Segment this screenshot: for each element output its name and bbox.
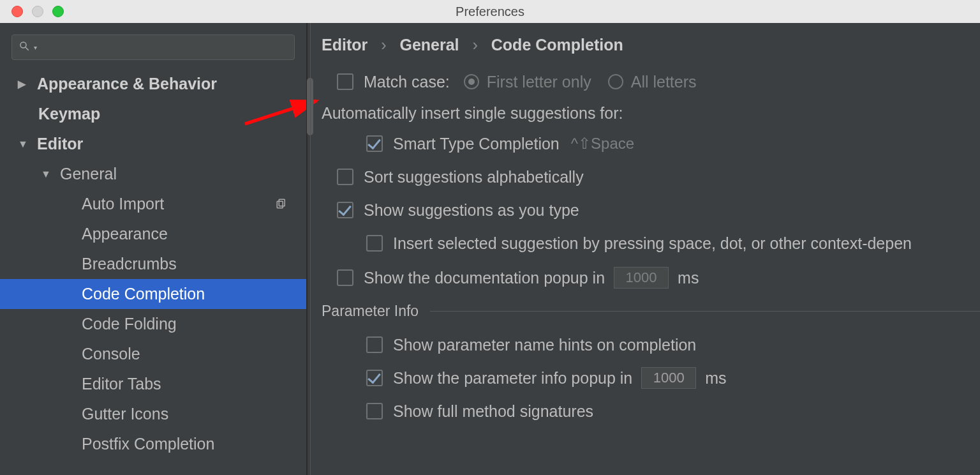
settings-tree: ▶ Appearance & Behavior Keymap ▼ Editor … (0, 69, 306, 459)
settings-panel: Editor › General › Code Completion Match… (322, 23, 980, 475)
match-case-checkbox[interactable] (337, 73, 353, 90)
match-case-row: Match case: First letter only All letter… (337, 71, 980, 93)
tree-item-appearance-behavior[interactable]: ▶ Appearance & Behavior (0, 69, 306, 99)
sort-alpha-row: Sort suggestions alphabetically (337, 166, 980, 188)
full-sig-checkbox[interactable] (366, 403, 383, 419)
all-letters-radio[interactable] (608, 74, 623, 89)
tree-item-keymap[interactable]: Keymap (0, 99, 306, 129)
param-popup-checkbox[interactable] (366, 370, 383, 386)
smart-type-checkbox[interactable] (366, 135, 383, 152)
tree-label: Keymap (38, 105, 100, 123)
option-label: All letters (631, 73, 697, 91)
tree-label: Editor Tabs (82, 375, 161, 393)
search-input[interactable]: ▾ (11, 34, 295, 60)
tree-item-general[interactable]: ▼ General (0, 159, 306, 189)
option-label: Show the parameter info popup in (393, 369, 632, 388)
chevron-right-icon: › (381, 36, 386, 54)
unit-label: ms (705, 369, 726, 388)
first-letter-only-radio[interactable] (464, 74, 479, 89)
tree-label: Appearance & Behavior (37, 75, 217, 93)
option-label: First letter only (487, 73, 591, 91)
sidebar-scrollbar[interactable] (307, 78, 313, 135)
param-popup-delay-input[interactable] (641, 367, 696, 389)
svg-rect-2 (279, 199, 285, 206)
param-hints-row: Show parameter name hints on completion (337, 334, 980, 356)
smart-type-row: Smart Type Completion ^⇧Space (337, 133, 980, 155)
tree-label: Auto Import (82, 195, 164, 213)
project-scope-icon (276, 195, 287, 213)
tree-item-editor-tabs[interactable]: Editor Tabs (0, 369, 306, 399)
insert-by-space-checkbox[interactable] (366, 235, 383, 252)
tree-label: Breadcrumbs (82, 255, 177, 273)
search-icon (19, 40, 30, 54)
breadcrumb: Editor › General › Code Completion (322, 36, 980, 71)
panel-splitter[interactable] (306, 23, 322, 475)
show-as-you-type-checkbox[interactable] (337, 202, 353, 218)
tree-label: Editor (37, 135, 83, 153)
chevron-down-icon: ▾ (34, 44, 37, 51)
unit-label: ms (678, 269, 699, 287)
svg-line-1 (26, 47, 29, 50)
tree-label: Postfix Completion (82, 435, 214, 453)
chevron-right-icon: › (473, 36, 478, 54)
sort-alpha-checkbox[interactable] (337, 169, 353, 185)
auto-insert-header: Automatically insert single suggestions … (322, 104, 980, 123)
tree-label: Console (82, 345, 140, 363)
show-doc-popup-row: Show the documentation popup in ms (337, 267, 980, 289)
option-label: Show parameter name hints on completion (393, 336, 696, 354)
tree-item-breadcrumbs[interactable]: Breadcrumbs (0, 249, 306, 279)
param-popup-row: Show the parameter info popup in ms (337, 367, 980, 389)
svg-rect-3 (277, 201, 283, 208)
breadcrumb-item[interactable]: Editor (322, 36, 368, 54)
tree-label: Appearance (82, 225, 168, 243)
tree-item-auto-import[interactable]: Auto Import (0, 189, 306, 219)
section-title: Parameter Info (322, 303, 419, 320)
tree-label: Code Folding (82, 315, 177, 333)
show-doc-popup-checkbox[interactable] (337, 269, 353, 286)
tree-item-appearance[interactable]: Appearance (0, 219, 306, 249)
param-hints-checkbox[interactable] (366, 336, 383, 353)
breadcrumb-item[interactable]: General (399, 36, 459, 54)
chevron-down-icon: ▼ (41, 169, 54, 180)
tree-item-editor[interactable]: ▼ Editor (0, 129, 306, 159)
tree-label: General (60, 165, 117, 183)
option-label: Show the documentation popup in (364, 269, 605, 287)
option-label: Match case: (364, 73, 450, 91)
insert-by-space-row: Insert selected suggestion by pressing s… (337, 232, 980, 254)
window-titlebar: Preferences (0, 0, 980, 23)
tree-item-postfix-completion[interactable]: Postfix Completion (0, 429, 306, 459)
option-label: Insert selected suggestion by pressing s… (393, 234, 912, 253)
tree-label: Code Completion (82, 285, 205, 303)
section-divider (430, 311, 980, 312)
option-label: Smart Type Completion (393, 135, 560, 153)
tree-item-console[interactable]: Console (0, 339, 306, 369)
tree-item-code-folding[interactable]: Code Folding (0, 309, 306, 339)
doc-popup-delay-input[interactable] (614, 267, 669, 289)
chevron-down-icon: ▼ (18, 139, 31, 150)
window-title: Preferences (0, 4, 980, 19)
full-sig-row: Show full method signatures (337, 400, 980, 422)
tree-item-code-completion[interactable]: Code Completion (0, 279, 306, 309)
preferences-sidebar: ▾ ▶ Appearance & Behavior Keymap ▼ Edito… (0, 23, 306, 475)
parameter-info-section: Parameter Info (322, 303, 980, 320)
option-label: Show suggestions as you type (364, 201, 579, 220)
svg-point-0 (20, 42, 26, 48)
show-as-you-type-row: Show suggestions as you type (337, 199, 980, 221)
option-label: Sort suggestions alphabetically (364, 168, 584, 186)
option-label: Show full method signatures (393, 402, 593, 421)
breadcrumb-item: Code Completion (491, 36, 623, 54)
keyboard-shortcut: ^⇧Space (571, 135, 634, 153)
tree-item-gutter-icons[interactable]: Gutter Icons (0, 399, 306, 429)
chevron-right-icon: ▶ (18, 78, 31, 90)
tree-label: Gutter Icons (82, 405, 168, 423)
